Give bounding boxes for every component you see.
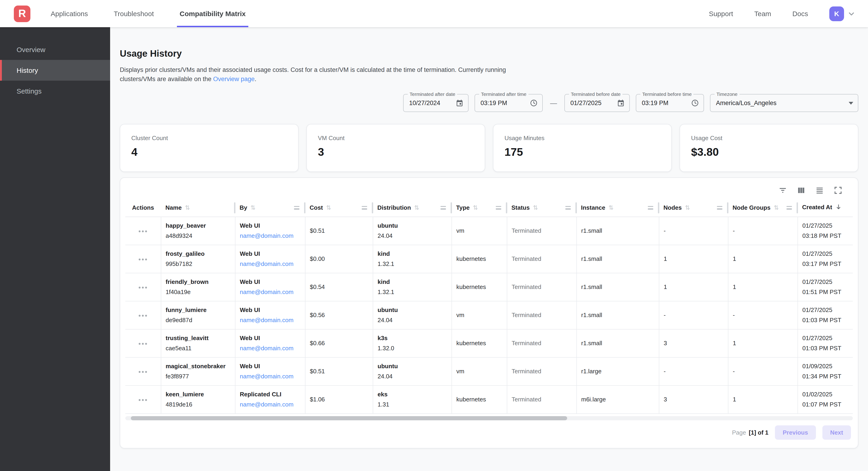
row-actions-button[interactable] (137, 228, 149, 235)
density-icon[interactable] (815, 186, 824, 195)
sort-icon[interactable]: ⇅ (609, 204, 614, 211)
nav-tab-applications[interactable]: Applications (51, 0, 88, 27)
sidebar: Overview History Settings (0, 27, 110, 471)
filter-icon[interactable] (778, 186, 787, 195)
drag-handle-icon[interactable] (362, 206, 367, 210)
row-actions-button[interactable] (137, 284, 149, 291)
row-actions-button[interactable] (137, 396, 149, 404)
overview-page-link[interactable]: Overview page (213, 76, 254, 83)
email-link[interactable]: name@domain.com (240, 260, 300, 267)
row-actions-button[interactable] (137, 368, 149, 375)
column-header-distribution[interactable]: Distribution⇅ (373, 199, 452, 216)
timezone-select[interactable]: Timezone America/Los_Angeles (710, 94, 858, 112)
email-link[interactable]: name@domain.com (240, 317, 300, 324)
terminated-after-time-field[interactable]: Terminated after time 03:19 PM (474, 94, 543, 112)
row-actions-button[interactable] (137, 340, 149, 347)
sort-icon[interactable]: ⇅ (533, 204, 538, 211)
email-link[interactable]: name@domain.com (240, 289, 300, 295)
clock-icon[interactable] (530, 99, 538, 107)
drag-handle-icon[interactable] (648, 206, 653, 210)
cluster-name: trusting_leavitt (166, 334, 230, 342)
node-groups: 1 (733, 340, 736, 347)
cluster-name: magical_stonebraker (166, 363, 230, 370)
sidebar-item-settings[interactable]: Settings (0, 81, 110, 101)
row-actions-button[interactable] (137, 256, 149, 263)
row-actions-button[interactable] (137, 312, 149, 319)
stat-label: Cluster Count (131, 135, 287, 142)
sort-icon[interactable]: ⇅ (473, 204, 478, 211)
column-header-name[interactable]: Name⇅ (161, 199, 235, 216)
table-row: happy_beavera48d9324 Web UIname@domain.c… (125, 216, 853, 245)
nav-link-team[interactable]: Team (754, 10, 771, 18)
nav-tab-compatibility-matrix[interactable]: Compatibility Matrix (180, 0, 246, 27)
page-label: Page (732, 429, 746, 436)
top-navigation: R Applications Troubleshoot Compatibilit… (0, 0, 868, 27)
sidebar-item-history[interactable]: History (0, 60, 110, 81)
column-header-type[interactable]: Type⇅ (452, 199, 507, 216)
sort-icon[interactable]: ⇅ (250, 204, 255, 211)
cost: $1.06 (310, 396, 325, 403)
sort-icon[interactable]: ⇅ (774, 204, 779, 211)
calendar-icon[interactable] (456, 99, 464, 107)
node-groups: 1 (733, 396, 736, 403)
column-header-node-groups[interactable]: Node Groups⇅ (728, 199, 798, 216)
column-header-cost[interactable]: Cost⇅ (305, 199, 373, 216)
nodes: 1 (664, 255, 667, 262)
distribution: eks (378, 391, 447, 398)
drag-handle-icon[interactable] (786, 206, 792, 210)
instance: r1.small (581, 284, 602, 290)
sort-icon[interactable]: ⇅ (414, 204, 419, 211)
chevron-down-icon[interactable] (848, 10, 855, 17)
drag-handle-icon[interactable] (294, 206, 300, 210)
column-header-by[interactable]: By⇅ (235, 199, 305, 216)
stat-value: 3 (318, 146, 474, 158)
horizontal-scrollbar-thumb[interactable] (131, 416, 567, 420)
email-link[interactable]: name@domain.com (240, 401, 300, 408)
nav-tab-troubleshoot[interactable]: Troubleshoot (114, 0, 154, 27)
sort-icon[interactable]: ⇅ (185, 204, 190, 211)
nodes: - (664, 227, 666, 234)
email-link[interactable]: name@domain.com (240, 373, 300, 380)
dropdown-caret-icon[interactable] (849, 101, 853, 105)
avatar[interactable]: K (829, 6, 844, 21)
calendar-icon[interactable] (617, 99, 625, 107)
drag-handle-icon[interactable] (565, 206, 571, 210)
column-header-nodes[interactable]: Nodes⇅ (659, 199, 728, 216)
status-badge: Terminated (512, 255, 541, 262)
nodes: 3 (664, 340, 667, 347)
nav-link-support[interactable]: Support (709, 10, 733, 18)
next-page-button[interactable]: Next (823, 425, 851, 440)
column-header-created-at[interactable]: Created At (798, 199, 853, 216)
terminated-before-time-field[interactable]: Terminated before time 03:19 PM (636, 94, 704, 112)
show-columns-icon[interactable] (797, 186, 806, 195)
field-label: Terminated before date (569, 91, 622, 97)
drag-handle-icon[interactable] (440, 206, 446, 210)
terminated-after-date-field[interactable]: Terminated after date 10/27/2024 (403, 94, 469, 112)
cluster-id: 1f40a19e (166, 289, 230, 295)
cost: $0.51 (310, 227, 325, 234)
created-date: 01/27/2025 (802, 334, 853, 342)
sort-desc-icon[interactable] (836, 205, 842, 212)
previous-page-button[interactable]: Previous (775, 425, 816, 440)
nav-link-docs[interactable]: Docs (793, 10, 808, 18)
user-menu[interactable]: K (829, 6, 855, 21)
app-logo[interactable]: R (14, 5, 30, 22)
clock-icon[interactable] (691, 99, 699, 107)
stat-card-cluster-count: Cluster Count 4 (120, 124, 299, 172)
version: 1.32.1 (378, 289, 447, 295)
page-description: Displays prior clusters/VMs and their as… (120, 65, 858, 84)
version: 24.04 (378, 373, 447, 380)
instance: m6i.large (581, 396, 606, 403)
drag-handle-icon[interactable] (496, 206, 501, 210)
email-link[interactable]: name@domain.com (240, 345, 300, 352)
sidebar-item-overview[interactable]: Overview (0, 39, 110, 60)
column-header-instance[interactable]: Instance⇅ (576, 199, 659, 216)
column-header-status[interactable]: Status⇅ (507, 199, 576, 216)
sort-icon[interactable]: ⇅ (685, 204, 690, 211)
terminated-before-date-field[interactable]: Terminated before date 01/27/2025 (564, 94, 630, 112)
drag-handle-icon[interactable] (717, 206, 722, 210)
distribution: ubuntu (378, 363, 447, 370)
fullscreen-icon[interactable] (833, 186, 843, 195)
sort-icon[interactable]: ⇅ (326, 204, 331, 211)
email-link[interactable]: name@domain.com (240, 232, 300, 239)
